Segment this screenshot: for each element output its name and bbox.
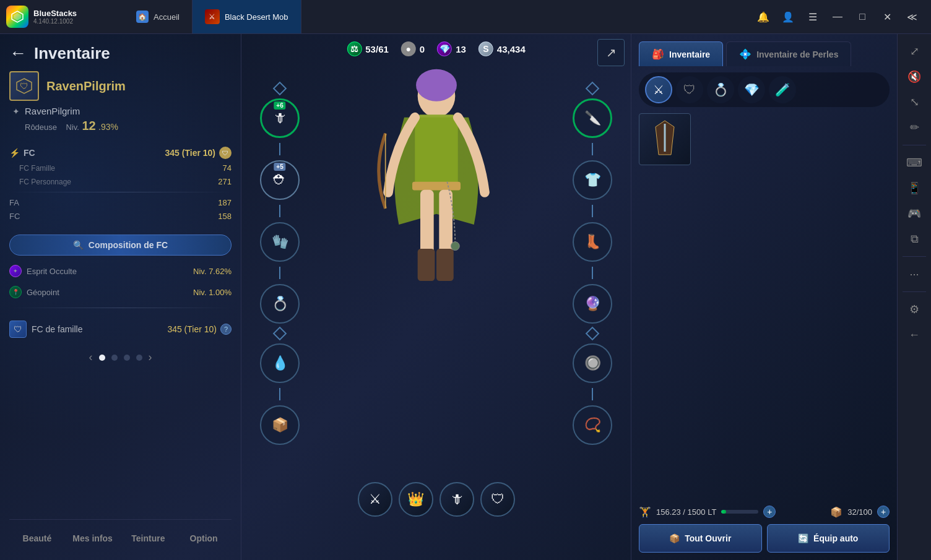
- earring2-slot[interactable]: 🔘: [573, 343, 612, 383]
- equip-auto-btn[interactable]: 🔄 Équip auto: [767, 524, 890, 553]
- close-btn[interactable]: ✕: [877, 7, 897, 27]
- page-title: Inventaire: [34, 44, 110, 63]
- copy-btn[interactable]: ⧉: [903, 228, 925, 250]
- offhand-slot[interactable]: 🔪: [573, 98, 612, 138]
- fc-personnage-label: FC Personnage: [9, 178, 71, 186]
- ring2-slot[interactable]: 🔮: [573, 284, 612, 324]
- rotate-btn[interactable]: ⤡: [903, 91, 925, 113]
- fc-shield-icon: 🛡: [219, 147, 232, 159]
- notification-btn[interactable]: 🔔: [753, 7, 773, 27]
- slot-plus-btn[interactable]: +: [877, 506, 890, 518]
- offhand-icon: 🔪: [580, 106, 605, 131]
- tab-mes-infos[interactable]: Mes infos: [65, 526, 121, 551]
- main-content: ← Inventaire 🛡 RavenPilgrim ✦ RavenPilgr…: [0, 34, 897, 560]
- nav-next[interactable]: ›: [149, 351, 152, 364]
- cat-ring[interactable]: 💍: [707, 76, 734, 103]
- weapon-main-slot[interactable]: +6 🗡: [260, 98, 300, 138]
- back-sidebar-btn[interactable]: ←: [903, 324, 925, 346]
- tout-ouvrir-label: Tout Ouvrir: [685, 533, 731, 543]
- item-preview-slot[interactable]: [639, 113, 691, 165]
- dot-2[interactable]: [111, 355, 118, 361]
- dot-3[interactable]: [124, 355, 130, 361]
- tab-game[interactable]: ⚔ Black Desert Mob: [193, 0, 301, 33]
- bottom-actions: ⚔ 👑 🗡 🛡: [358, 482, 515, 517]
- tab-beaute[interactable]: Beauté: [9, 526, 65, 551]
- slot-text: 32/100: [847, 507, 872, 517]
- settings-btn[interactable]: ⚙: [903, 298, 925, 321]
- nav-prev[interactable]: ‹: [89, 351, 93, 364]
- cat-armor[interactable]: 🛡: [676, 76, 703, 103]
- necklace-slot[interactable]: 📿: [573, 405, 612, 445]
- cat-weapons[interactable]: ⚔: [645, 76, 672, 103]
- geopoint-value: Niv. 1.00%: [193, 288, 232, 297]
- weight-plus-btn[interactable]: +: [763, 506, 776, 518]
- more-btn[interactable]: ···: [903, 263, 925, 285]
- earring1-slot[interactable]: 💧: [260, 343, 300, 383]
- dot-1[interactable]: [99, 355, 105, 361]
- helmet-icon: ⛑: [267, 168, 292, 192]
- svg-rect-7: [412, 182, 461, 191]
- selected-item-preview: [639, 113, 691, 499]
- slot-icon: 📦: [830, 506, 842, 518]
- fc-row: ⚡ FC 345 (Tier 10) 🛡: [9, 145, 232, 160]
- svg-rect-10: [439, 190, 453, 254]
- mute-btn[interactable]: 🔇: [903, 66, 925, 88]
- menu-btn[interactable]: ☰: [803, 7, 823, 27]
- earring2-icon: 🔘: [580, 351, 605, 376]
- belt-slot[interactable]: 📦: [260, 405, 300, 445]
- tab-option[interactable]: Option: [176, 526, 232, 551]
- cat-gem[interactable]: 💎: [738, 76, 765, 103]
- edit-btn[interactable]: ✏: [903, 116, 925, 139]
- chest-slot[interactable]: 👕: [573, 160, 612, 200]
- connector-top: [273, 82, 287, 96]
- equip-slots-left: +6 🗡 +5 ⛑ 🧤 �: [260, 84, 300, 445]
- inv-tab-pearls[interactable]: 💠 Inventaire de Perles: [726, 41, 851, 66]
- home-icon: 🏠: [136, 11, 149, 23]
- tout-ouvrir-btn[interactable]: 📦 Tout Ouvrir: [639, 524, 762, 553]
- weight-bar-container: [721, 510, 758, 514]
- action-btn-4[interactable]: 🛡: [480, 482, 515, 517]
- necklace-icon: 📿: [580, 413, 605, 437]
- nav-dots: ‹ ›: [9, 348, 232, 367]
- gloves-slot[interactable]: 🧤: [260, 222, 300, 262]
- svg-marker-1: [14, 13, 21, 20]
- action-btn-3[interactable]: 🗡: [440, 482, 474, 517]
- boots-slot[interactable]: 👢: [573, 222, 612, 262]
- window-controls: 🔔 👤 ☰ — □ ✕ ≪: [744, 7, 931, 27]
- helmet-slot[interactable]: +5 ⛑: [260, 160, 300, 200]
- back-arrow-btn[interactable]: ←: [9, 43, 27, 63]
- composition-button[interactable]: 🔍 Composition de FC: [9, 235, 232, 256]
- tout-ouvrir-icon: 📦: [669, 533, 680, 543]
- helmet-badge: +5: [274, 163, 285, 171]
- action-btn-2[interactable]: 👑: [399, 482, 433, 517]
- character-details: ✦ RavenPilgrim Rôdeuse Niv. 12 .93%: [9, 106, 232, 136]
- svg-rect-12: [436, 249, 454, 281]
- keyboard-btn[interactable]: ⌨: [903, 152, 925, 174]
- equip-auto-icon: 🔄: [798, 533, 808, 543]
- fullscreen-btn[interactable]: ⤢: [903, 40, 925, 62]
- maximize-btn[interactable]: □: [852, 7, 872, 27]
- action-btn-1[interactable]: ⚔: [358, 482, 392, 517]
- cat-potion[interactable]: 🧪: [769, 76, 796, 103]
- character-emblem: 🛡: [9, 71, 39, 101]
- character-name: RavenPilgrim: [46, 79, 126, 93]
- tab-home[interactable]: 🏠 Accueil: [124, 0, 193, 33]
- account-btn[interactable]: 👤: [778, 7, 798, 27]
- character-level-pct: .93%: [98, 122, 118, 132]
- question-btn[interactable]: ?: [220, 324, 232, 335]
- collapse-btn[interactable]: ≪: [902, 7, 922, 27]
- minimize-btn[interactable]: —: [828, 7, 847, 27]
- ring1-slot[interactable]: 💍: [260, 284, 300, 324]
- fc2-value: 158: [218, 212, 232, 221]
- right-panel: 🎒 Inventaire 💠 Inventaire de Perles ⚔ 🛡 …: [631, 34, 897, 560]
- fc-famille-value-row: 345 (Tier 10) ?: [167, 324, 232, 335]
- tab-teinture[interactable]: Teinture: [121, 526, 176, 551]
- inv-tab-main[interactable]: 🎒 Inventaire: [639, 41, 723, 66]
- tab-bar: 🏠 Accueil ⚔ Black Desert Mob: [124, 0, 744, 33]
- bottom-tabs: Beauté Mes infos Teinture Option: [9, 519, 232, 551]
- gamepad-btn[interactable]: 🎮: [903, 202, 925, 225]
- esprit-label: ✦ Esprit Occulte: [9, 265, 77, 277]
- connector-line-2: [279, 205, 280, 217]
- mobile-btn[interactable]: 📱: [903, 177, 925, 199]
- dot-4[interactable]: [136, 355, 142, 361]
